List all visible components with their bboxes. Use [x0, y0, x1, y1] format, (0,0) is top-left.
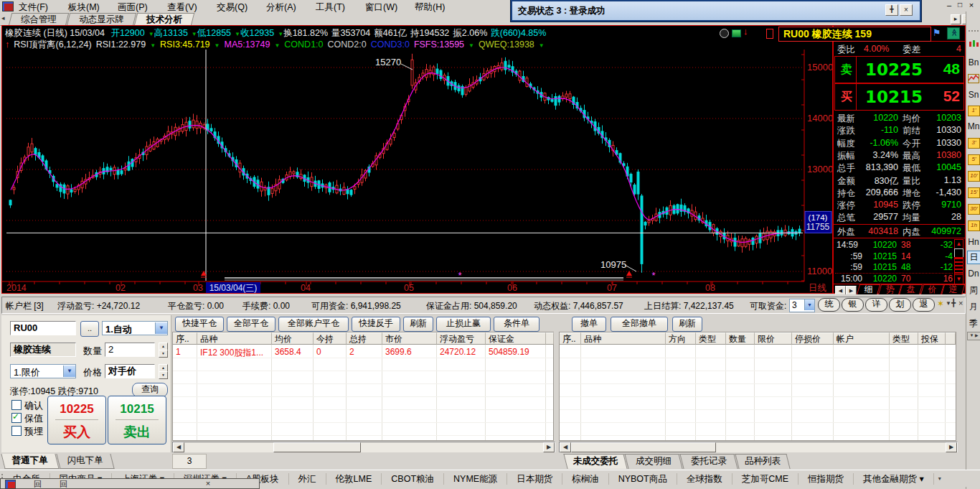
close-icon[interactable]: × — [900, 4, 913, 16]
workspace-tab-1[interactable]: 动态显示牌 — [67, 13, 136, 26]
price-type-select[interactable]: 1.限价▼ — [10, 364, 76, 378]
period-button-Mn[interactable]: Mn — [966, 121, 980, 131]
withdrawable-dropdown[interactable]: 3▼ — [789, 299, 815, 312]
mode-select[interactable]: 1.自动▼ — [102, 321, 168, 335]
market-item-外汇[interactable]: 外汇 — [289, 473, 326, 485]
tools-icon[interactable]: ✶ — [937, 299, 946, 309]
candlestick-plot[interactable]: 15000140001300011000(174)117552014020304… — [2, 26, 832, 293]
period-button-30'[interactable]: 30' — [968, 204, 980, 215]
checkbox-保值[interactable]: ✓ — [11, 413, 22, 423]
period-button-月[interactable]: 月 — [966, 301, 980, 311]
quote-tab-价[interactable]: 价 — [920, 284, 943, 295]
orders-button-2[interactable]: 刷新 — [672, 317, 702, 332]
period-button-周[interactable]: 周 — [966, 284, 980, 294]
market-item-棕榈油[interactable]: 棕榈油 — [562, 473, 609, 485]
tick-scrollbar[interactable]: ▲▼ — [954, 239, 963, 284]
orders-button-1[interactable]: 全部撤单 — [611, 317, 668, 332]
position-cell[interactable]: 2 — [349, 347, 381, 357]
workspace-tab-0[interactable]: 综合管理 — [9, 13, 69, 26]
period-button-10'[interactable]: 10' — [968, 171, 980, 182]
spin-down-icon[interactable]: ▼ — [159, 371, 168, 379]
buy-button[interactable]: 10225买入 — [47, 396, 106, 444]
market-item-CBOT粮油[interactable]: CBOT粮油 — [382, 473, 444, 485]
scroll-thumb[interactable] — [273, 442, 361, 452]
quote-tab-盘[interactable]: 盘 — [899, 284, 923, 295]
scroll-down-icon[interactable]: ▼ — [954, 274, 963, 284]
trade-status-window[interactable]: 交易状态 3 : 登录成功 ╋ × — [511, 0, 921, 22]
browse-button[interactable]: .. — [80, 321, 99, 337]
positions-button-2[interactable]: 全部账户平仓 — [278, 317, 349, 332]
scroll-right-icon[interactable]: ▶ — [543, 442, 555, 452]
toolbar-grip[interactable] — [969, 30, 979, 34]
period-button-3'[interactable]: 3' — [968, 138, 980, 149]
account-button-统[interactable]: 统 — [818, 298, 840, 312]
positions-button-1[interactable]: 全部平仓 — [227, 317, 275, 332]
blotter-tab-0[interactable]: 未成交委托 — [563, 454, 627, 469]
period-button-Hn[interactable]: Hn — [966, 237, 980, 247]
market-item-NYME能源[interactable]: NYME能源 — [444, 473, 507, 485]
market-item-芝加哥CME[interactable]: 芝加哥CME — [732, 473, 798, 485]
scroll-right-icon[interactable]: ▶ — [946, 442, 957, 452]
positions-button-5[interactable]: 止损止赢 — [436, 317, 491, 332]
scroll-thumb[interactable] — [571, 442, 716, 452]
query-button[interactable]: 查询 — [132, 383, 168, 397]
positions-button-6[interactable]: 条件单 — [494, 317, 540, 332]
market-item-全球指数[interactable]: 全球指数 — [677, 473, 732, 485]
pin-icon[interactable]: ╋ — [885, 4, 898, 16]
quantity-stepper[interactable]: ▲▼ — [159, 343, 168, 357]
price-stepper[interactable]: ▲▼ — [159, 364, 168, 378]
close-icon[interactable]: × — [203, 479, 213, 488]
red-frame-icon[interactable] — [766, 29, 773, 39]
checkbox-预埋[interactable] — [11, 426, 22, 436]
market-item-NYBOT商品[interactable]: NYBOT商品 — [609, 473, 677, 485]
orders-hscrollbar[interactable]: ◀▶ — [559, 442, 958, 453]
bid-row[interactable]: 买1021552 — [834, 83, 964, 111]
clock-icon[interactable] — [720, 29, 729, 38]
symbol-code-input[interactable]: RU00 — [10, 321, 76, 335]
market-item-日本期货[interactable]: 日本期货 — [507, 473, 562, 485]
symbol-title-box[interactable]: RU00 橡胶连续 159 — [778, 27, 931, 42]
scroll-up-icon[interactable]: ▲ — [954, 239, 963, 249]
positions-button-3[interactable]: 快捷反手 — [352, 317, 400, 332]
period-button-5'[interactable]: 5' — [968, 154, 980, 165]
period-button-Sn[interactable]: Sn — [966, 90, 980, 100]
account-button-退[interactable]: 退 — [913, 298, 935, 312]
menu-item-8[interactable]: 帮助(H) — [415, 1, 445, 11]
candle-chart-icon[interactable] — [968, 39, 979, 49]
menu-item-4[interactable]: 交易(Q) — [217, 1, 248, 11]
pin-icon[interactable]: ╋ — [951, 299, 958, 309]
period-button-15'[interactable]: 15' — [968, 187, 980, 198]
period-button-季[interactable]: 季 — [966, 317, 980, 327]
menu-item-2[interactable]: 画面(P) — [118, 1, 148, 11]
period-button-1h[interactable]: 1h — [968, 220, 980, 231]
menu-item-6[interactable]: 工具(T) — [316, 1, 345, 11]
window-restore-icon[interactable]: □ — [955, 1, 965, 10]
quantity-input[interactable]: 2 — [105, 343, 155, 357]
menu-item-0[interactable]: 文件(F) — [19, 1, 48, 11]
menu-item-5[interactable]: 分析(A) — [266, 1, 296, 11]
position-cell[interactable]: 0 — [316, 347, 345, 357]
positions-button-0[interactable]: 快捷平仓 — [175, 317, 224, 332]
order-mode-tab-1[interactable]: 闪电下单 — [56, 454, 114, 469]
menu-item-3[interactable]: 查看(V) — [167, 1, 197, 11]
price-input[interactable]: 对手价 — [105, 364, 155, 378]
window-minimize-icon[interactable]: – — [944, 1, 954, 10]
menu-item-1[interactable]: 板块(M) — [68, 1, 100, 11]
menu-item-7[interactable]: 窗口(W) — [365, 1, 397, 11]
quote-tab-逆[interactable]: 逆 — [941, 284, 965, 295]
spin-down-icon[interactable]: ▼ — [159, 350, 168, 358]
account-button-详[interactable]: 详 — [865, 298, 887, 312]
position-cell[interactable]: IF12 300股指1... — [200, 347, 270, 357]
blotter-tab-1[interactable]: 成交明细 — [624, 454, 682, 469]
toolbar-collapse-button[interactable]: ▼ ▶ — [967, 332, 980, 340]
scroll-left-icon[interactable]: ◀ — [560, 442, 571, 452]
alert-flag-icon[interactable]: ⚑ — [933, 27, 943, 39]
position-cell[interactable]: 1 — [176, 347, 196, 357]
checkbox-确认[interactable] — [11, 400, 22, 410]
blotter-tab-3[interactable]: 品种列表 — [735, 454, 790, 469]
chevron-down-icon[interactable]: ▼ — [946, 300, 951, 309]
period-button-Bn[interactable]: Bn — [966, 57, 980, 67]
account-button-划[interactable]: 划 — [889, 298, 911, 312]
account-button-银[interactable]: 银 — [842, 298, 864, 312]
tick-chart-icon[interactable] — [968, 74, 979, 83]
